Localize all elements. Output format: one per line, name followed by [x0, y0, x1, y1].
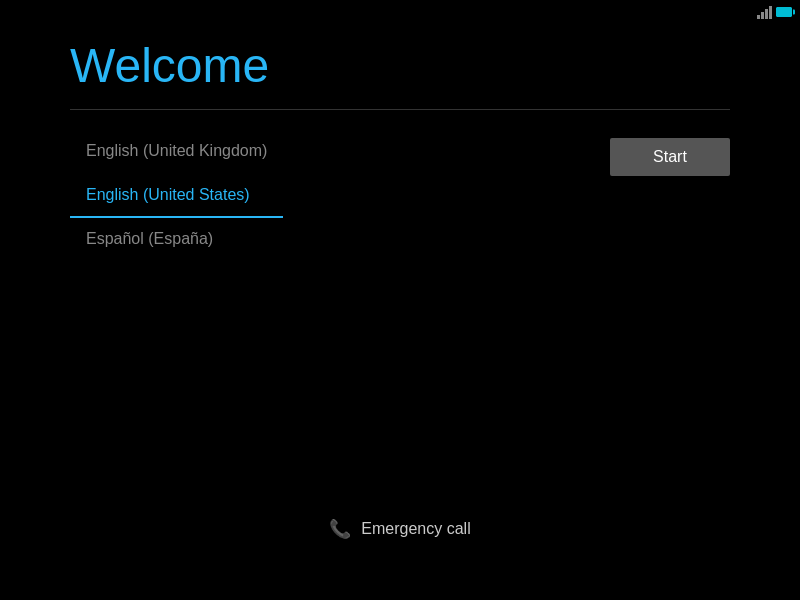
signal-icon [757, 5, 772, 19]
welcome-title: Welcome [70, 40, 730, 93]
phone-icon: 📞 [329, 518, 351, 540]
language-item-espanol[interactable]: Español (España) [70, 218, 283, 262]
divider [70, 109, 730, 110]
main-content: Welcome English (United Kingdom) English… [70, 40, 730, 600]
language-item-english-uk[interactable]: English (United Kingdom) [70, 130, 283, 174]
status-bar [740, 0, 800, 24]
emergency-call-label: Emergency call [361, 520, 470, 538]
start-button[interactable]: Start [610, 138, 730, 176]
language-list: English (United Kingdom) English (United… [70, 130, 283, 262]
content-area: English (United Kingdom) English (United… [70, 130, 730, 262]
language-item-english-us[interactable]: English (United States) [70, 174, 283, 218]
emergency-call-button[interactable]: 📞 Emergency call [329, 518, 470, 540]
battery-icon [776, 7, 792, 17]
